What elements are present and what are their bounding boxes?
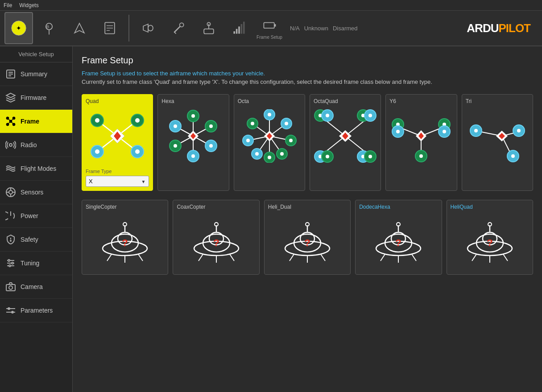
sidebar-item-parameters[interactable]: Parameters bbox=[0, 299, 72, 322]
octa-image bbox=[238, 107, 301, 165]
menu-bar: File Widgets bbox=[0, 0, 542, 11]
svg-line-179 bbox=[199, 254, 203, 261]
frame-card-heliquad[interactable]: HeliQuad ? bbox=[447, 200, 533, 275]
frame-label-y6: Y6 bbox=[389, 98, 396, 104]
content-area: Frame Setup Frame Setup is used to selec… bbox=[73, 46, 542, 392]
y6-image bbox=[389, 107, 453, 165]
svg-line-197 bbox=[381, 254, 385, 261]
sidebar-item-power[interactable]: Power bbox=[0, 204, 72, 228]
svg-line-31 bbox=[8, 118, 11, 121]
frame-card-singlecopter[interactable]: SingleCopter bbox=[82, 200, 168, 275]
frame-card-quad[interactable]: Quad bbox=[82, 94, 153, 191]
battery-value: Frame Setup bbox=[257, 35, 282, 40]
dodecahexa-image: ? bbox=[359, 213, 438, 271]
sidebar-label-radio: Radio bbox=[21, 141, 37, 149]
svg-point-62 bbox=[95, 118, 99, 123]
svg-text:?: ? bbox=[122, 237, 128, 248]
sidebar-item-tuning[interactable]: Tuning bbox=[0, 252, 72, 275]
svg-line-180 bbox=[230, 254, 234, 261]
svg-point-128 bbox=[368, 114, 372, 117]
svg-point-66 bbox=[95, 149, 99, 154]
sidebar-item-safety[interactable]: Safety bbox=[0, 228, 72, 252]
svg-rect-19 bbox=[243, 22, 245, 34]
toolbar-analyze[interactable] bbox=[95, 12, 124, 44]
svg-text:?: ? bbox=[487, 237, 492, 248]
svg-point-100 bbox=[268, 113, 271, 116]
sidebar-item-frame[interactable]: Frame bbox=[0, 110, 72, 133]
toolbar-vehicle-setup[interactable]: ✦ bbox=[4, 12, 33, 44]
toolbar-battery[interactable]: Frame Setup bbox=[255, 12, 284, 44]
svg-point-124 bbox=[326, 114, 329, 117]
frame-card-y6[interactable]: Y6 bbox=[385, 94, 457, 191]
menu-file[interactable]: File bbox=[4, 2, 12, 8]
svg-point-132 bbox=[326, 155, 329, 158]
svg-line-207 bbox=[503, 254, 508, 261]
toolbar-status: N/A Unknown Disarmed bbox=[290, 25, 358, 32]
sidebar-item-radio[interactable]: Radio bbox=[0, 133, 72, 157]
svg-point-10 bbox=[180, 23, 184, 27]
frame-label-heliquad: HeliQuad bbox=[451, 204, 473, 210]
svg-point-114 bbox=[268, 156, 271, 159]
frame-type-select-wrapper[interactable]: X Plus V H bbox=[86, 176, 149, 187]
toolbar-plan[interactable]: B bbox=[35, 12, 63, 44]
svg-line-33 bbox=[8, 121, 11, 124]
sidebar-item-summary[interactable]: Summary bbox=[0, 62, 72, 86]
octaquad-image bbox=[314, 107, 377, 165]
svg-point-151 bbox=[419, 154, 423, 158]
frame-type-select[interactable]: X Plus V H bbox=[86, 176, 149, 187]
sidebar-item-camera[interactable]: Camera bbox=[0, 275, 72, 299]
svg-rect-17 bbox=[238, 26, 240, 33]
svg-line-206 bbox=[472, 254, 476, 261]
frame-card-octaquad[interactable]: OctaQuad bbox=[310, 94, 381, 191]
frame-card-heli-dual[interactable]: Heli_Dual ? bbox=[264, 200, 351, 275]
toolbar-tools[interactable] bbox=[164, 12, 193, 44]
svg-line-170 bbox=[107, 254, 112, 261]
svg-point-112 bbox=[251, 122, 254, 125]
svg-point-102 bbox=[285, 122, 288, 125]
frame-card-octa[interactable]: Octa bbox=[234, 94, 305, 191]
frame-label-dodecahexa: DodecaHexa bbox=[359, 204, 390, 210]
page-title: Frame Setup bbox=[82, 55, 533, 66]
heli-dual-image: ? bbox=[268, 213, 347, 271]
desc-text: Currently set to frame class 'Quad' and … bbox=[82, 78, 533, 85]
sidebar: Vehicle Setup Summary Firmware Frame Rad… bbox=[0, 46, 73, 392]
frame-label-tri: Tri bbox=[466, 98, 472, 104]
singlecopter-image: ? bbox=[86, 213, 164, 271]
sidebar-label-power: Power bbox=[21, 212, 38, 219]
sidebar-item-sensors[interactable]: Sensors bbox=[0, 181, 72, 204]
menu-widgets[interactable]: Widgets bbox=[19, 2, 38, 8]
sidebar-label-parameters: Parameters bbox=[21, 307, 53, 314]
svg-text:B: B bbox=[46, 24, 50, 29]
toolbar-divider bbox=[128, 15, 129, 41]
sidebar-item-firmware[interactable]: Firmware bbox=[0, 86, 72, 110]
toolbar-fly[interactable] bbox=[65, 12, 94, 44]
sidebar-label-frame: Frame bbox=[21, 118, 39, 125]
svg-point-50 bbox=[9, 265, 11, 267]
sidebar-item-flight-modes[interactable]: Flight Modes bbox=[0, 157, 72, 181]
svg-line-32 bbox=[11, 118, 14, 121]
frame-card-hexa[interactable]: Hexa bbox=[157, 94, 229, 191]
main-layout: Vehicle Setup Summary Firmware Frame Rad… bbox=[0, 46, 542, 392]
frame-type-section: Frame Type X Plus V H bbox=[86, 169, 149, 187]
frame-card-dodecahexa[interactable]: DodecaHexa ? bbox=[355, 200, 442, 275]
frame-type-label: Frame Type bbox=[86, 169, 149, 174]
hexa-image bbox=[161, 107, 225, 165]
frame-card-tri[interactable]: Tri bbox=[462, 94, 533, 191]
battery-status: N/A bbox=[290, 25, 300, 32]
svg-point-110 bbox=[246, 139, 250, 142]
svg-point-68 bbox=[135, 149, 140, 154]
toolbar-megaphone[interactable] bbox=[134, 12, 162, 44]
svg-rect-16 bbox=[236, 29, 238, 34]
frame-card-coaxcopter[interactable]: CoaxCopter ? bbox=[173, 200, 259, 275]
svg-point-64 bbox=[135, 118, 140, 123]
toolbar-signal[interactable] bbox=[225, 12, 253, 44]
svg-point-49 bbox=[12, 262, 13, 264]
top-frame-grid: Quad bbox=[82, 94, 533, 191]
toolbar-joystick[interactable] bbox=[194, 12, 223, 44]
svg-point-104 bbox=[289, 139, 293, 142]
coaxcopter-image: ? bbox=[177, 213, 255, 271]
svg-point-108 bbox=[255, 152, 259, 156]
svg-line-188 bbox=[290, 254, 294, 261]
svg-point-52 bbox=[9, 286, 12, 289]
svg-text:?: ? bbox=[213, 237, 219, 248]
